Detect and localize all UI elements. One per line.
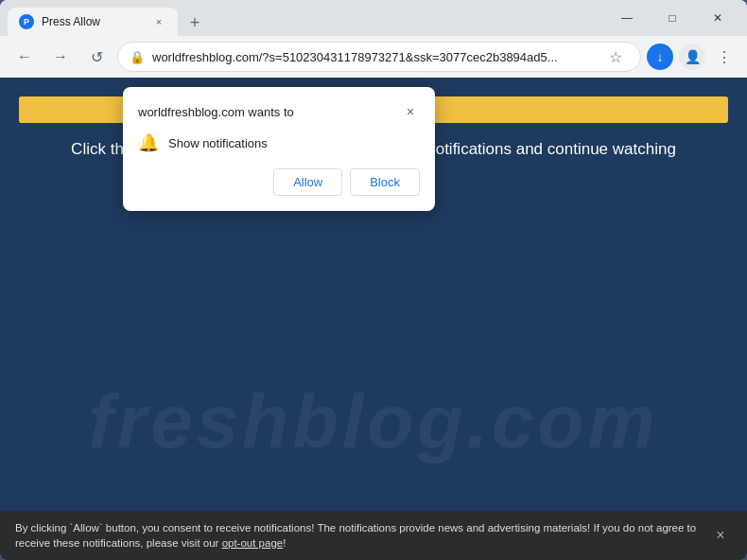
new-tab-button[interactable]: + <box>182 9 208 36</box>
back-button[interactable]: ← <box>9 42 40 72</box>
window-controls: — □ ✕ <box>605 0 739 36</box>
tab-title: Press Allow <box>42 15 144 28</box>
bookmark-icon[interactable]: ☆ <box>602 44 629 70</box>
notification-popup: worldfreshblog.com wants to × 🔔 Show not… <box>123 87 435 211</box>
popup-buttons: Allow Block <box>138 168 420 196</box>
browser-window: P Press Allow × + — □ ✕ ← → ↺ 🔒 worldfre… <box>0 0 747 560</box>
popup-header: worldfreshblog.com wants to × <box>138 102 420 121</box>
download-icon: ↓ <box>657 49 664 64</box>
allow-button[interactable]: Allow <box>273 168 342 196</box>
watermark-text: freshblog.com <box>88 378 658 465</box>
block-button[interactable]: Block <box>350 168 420 196</box>
minimize-button[interactable]: — <box>605 0 649 36</box>
lock-icon: 🔒 <box>130 50 145 64</box>
tab-close-button[interactable]: × <box>151 14 166 29</box>
close-button[interactable]: ✕ <box>696 0 739 36</box>
consent-close-button[interactable]: × <box>709 524 732 547</box>
consent-text: By clicking `Allow` button, you consent … <box>15 520 700 551</box>
popup-close-button[interactable]: × <box>401 102 420 121</box>
title-bar: P Press Allow × + — □ ✕ <box>0 0 747 36</box>
active-tab[interactable]: P Press Allow × <box>8 8 178 36</box>
notification-label: Show notifications <box>168 136 268 150</box>
download-button[interactable]: ↓ <box>647 44 673 70</box>
popup-notification-row: 🔔 Show notifications <box>138 132 420 153</box>
tab-favicon: P <box>19 14 34 29</box>
refresh-button[interactable]: ↺ <box>81 42 112 72</box>
tab-area: P Press Allow × + <box>8 0 599 36</box>
url-display: worldfreshblog.com/?s=510230431178973271… <box>152 50 595 64</box>
bell-icon: 🔔 <box>138 132 159 153</box>
forward-button[interactable]: → <box>45 42 76 72</box>
menu-button[interactable]: ⋮ <box>711 44 738 70</box>
profile-button[interactable]: 👤 <box>679 44 705 70</box>
address-bar[interactable]: 🔒 worldfreshblog.com/?s=5102304311789732… <box>117 42 641 72</box>
navigation-bar: ← → ↺ 🔒 worldfreshblog.com/?s=5102304311… <box>0 36 747 78</box>
maximize-button[interactable]: □ <box>651 0 694 36</box>
consent-bar: By clicking `Allow` button, you consent … <box>0 511 747 560</box>
popup-title: worldfreshblog.com wants to <box>138 105 294 119</box>
page-content: freshblog.com 99% Click the «Allow» butt… <box>0 78 747 560</box>
profile-icon: 👤 <box>685 49 701 64</box>
opt-out-link[interactable]: opt-out page <box>222 537 284 549</box>
